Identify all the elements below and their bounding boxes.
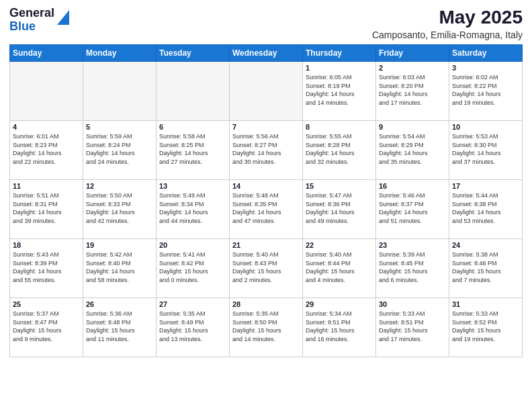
calendar-cell: 21Sunrise: 5:40 AM Sunset: 8:43 PM Dayli… <box>230 239 303 298</box>
day-info: Sunrise: 5:35 AM Sunset: 8:50 PM Dayligh… <box>232 310 300 343</box>
title-block: May 2025 Camposanto, Emilia-Romagna, Ita… <box>372 7 523 40</box>
logo-blue: Blue <box>9 19 36 33</box>
day-number: 25 <box>13 300 80 308</box>
calendar-cell: 12Sunrise: 5:50 AM Sunset: 8:33 PM Dayli… <box>83 180 157 239</box>
day-number: 28 <box>232 300 300 308</box>
col-header-friday: Friday <box>376 45 449 62</box>
day-number: 31 <box>452 300 519 308</box>
calendar-cell: 1Sunrise: 6:05 AM Sunset: 8:19 PM Daylig… <box>303 62 376 121</box>
day-number: 26 <box>86 300 153 308</box>
calendar-week-row: 25Sunrise: 5:37 AM Sunset: 8:47 PM Dayli… <box>10 298 523 357</box>
day-number: 13 <box>159 182 226 190</box>
calendar-cell: 16Sunrise: 5:46 AM Sunset: 8:37 PM Dayli… <box>376 180 449 239</box>
calendar-week-row: 18Sunrise: 5:43 AM Sunset: 8:39 PM Dayli… <box>10 239 523 298</box>
day-info: Sunrise: 5:43 AM Sunset: 8:39 PM Dayligh… <box>13 250 80 284</box>
calendar-cell: 28Sunrise: 5:35 AM Sunset: 8:50 PM Dayli… <box>230 298 303 357</box>
calendar-cell <box>83 62 157 121</box>
calendar-cell: 19Sunrise: 5:42 AM Sunset: 8:40 PM Dayli… <box>83 239 157 298</box>
day-number: 16 <box>379 182 446 190</box>
calendar-cell: 24Sunrise: 5:38 AM Sunset: 8:46 PM Dayli… <box>449 239 523 298</box>
day-number: 9 <box>379 123 446 131</box>
day-info: Sunrise: 5:50 AM Sunset: 8:33 PM Dayligh… <box>86 191 153 225</box>
calendar-cell: 30Sunrise: 5:33 AM Sunset: 8:51 PM Dayli… <box>376 298 449 357</box>
col-header-monday: Monday <box>83 45 157 62</box>
day-number: 18 <box>13 241 80 249</box>
day-number: 30 <box>379 300 446 308</box>
day-number: 19 <box>86 241 153 249</box>
day-info: Sunrise: 5:59 AM Sunset: 8:24 PM Dayligh… <box>86 132 153 166</box>
calendar-cell: 26Sunrise: 5:36 AM Sunset: 8:48 PM Dayli… <box>83 298 157 357</box>
calendar-cell: 8Sunrise: 5:55 AM Sunset: 8:28 PM Daylig… <box>303 121 376 180</box>
calendar-cell: 3Sunrise: 6:02 AM Sunset: 8:22 PM Daylig… <box>449 62 523 121</box>
calendar-week-row: 4Sunrise: 6:01 AM Sunset: 8:23 PM Daylig… <box>10 121 523 180</box>
day-info: Sunrise: 5:34 AM Sunset: 8:51 PM Dayligh… <box>306 310 373 343</box>
calendar-cell: 27Sunrise: 5:35 AM Sunset: 8:49 PM Dayli… <box>157 298 230 357</box>
calendar-table: SundayMondayTuesdayWednesdayThursdayFrid… <box>9 44 523 357</box>
col-header-wednesday: Wednesday <box>230 45 303 62</box>
calendar-cell: 5Sunrise: 5:59 AM Sunset: 8:24 PM Daylig… <box>83 121 157 180</box>
day-number: 27 <box>159 300 226 308</box>
calendar-cell: 23Sunrise: 5:39 AM Sunset: 8:45 PM Dayli… <box>376 239 449 298</box>
calendar-cell: 2Sunrise: 6:03 AM Sunset: 8:20 PM Daylig… <box>376 62 449 121</box>
calendar-cell <box>157 62 230 121</box>
day-info: Sunrise: 5:38 AM Sunset: 8:46 PM Dayligh… <box>452 250 519 284</box>
calendar-cell: 4Sunrise: 6:01 AM Sunset: 8:23 PM Daylig… <box>10 121 83 180</box>
day-info: Sunrise: 5:54 AM Sunset: 8:29 PM Dayligh… <box>379 132 446 166</box>
day-info: Sunrise: 5:53 AM Sunset: 8:30 PM Dayligh… <box>452 132 519 166</box>
day-info: Sunrise: 5:46 AM Sunset: 8:37 PM Dayligh… <box>379 191 446 225</box>
day-info: Sunrise: 6:01 AM Sunset: 8:23 PM Dayligh… <box>13 132 80 166</box>
calendar-cell: 29Sunrise: 5:34 AM Sunset: 8:51 PM Dayli… <box>303 298 376 357</box>
day-info: Sunrise: 5:42 AM Sunset: 8:40 PM Dayligh… <box>86 250 153 284</box>
calendar-cell: 18Sunrise: 5:43 AM Sunset: 8:39 PM Dayli… <box>10 239 83 298</box>
day-info: Sunrise: 5:49 AM Sunset: 8:34 PM Dayligh… <box>159 191 226 225</box>
day-number: 29 <box>306 300 373 308</box>
day-number: 1 <box>306 64 373 72</box>
logo-triangle-icon <box>57 10 69 25</box>
calendar-cell: 22Sunrise: 5:40 AM Sunset: 8:44 PM Dayli… <box>303 239 376 298</box>
calendar-cell: 17Sunrise: 5:44 AM Sunset: 8:38 PM Dayli… <box>449 180 523 239</box>
day-number: 6 <box>159 123 226 131</box>
subtitle: Camposanto, Emilia-Romagna, Italy <box>372 30 523 40</box>
day-info: Sunrise: 5:41 AM Sunset: 8:42 PM Dayligh… <box>159 250 226 284</box>
calendar-cell: 11Sunrise: 5:51 AM Sunset: 8:31 PM Dayli… <box>10 180 83 239</box>
calendar-cell: 14Sunrise: 5:48 AM Sunset: 8:35 PM Dayli… <box>230 180 303 239</box>
day-info: Sunrise: 5:44 AM Sunset: 8:38 PM Dayligh… <box>452 191 519 225</box>
day-number: 3 <box>452 64 519 72</box>
day-number: 8 <box>306 123 373 131</box>
calendar-cell: 25Sunrise: 5:37 AM Sunset: 8:47 PM Dayli… <box>10 298 83 357</box>
day-number: 10 <box>452 123 519 131</box>
page: General Blue May 2025 Camposanto, Emilia… <box>0 0 532 411</box>
day-number: 17 <box>452 182 519 190</box>
day-info: Sunrise: 5:51 AM Sunset: 8:31 PM Dayligh… <box>13 191 80 225</box>
day-number: 22 <box>306 241 373 249</box>
day-number: 15 <box>306 182 373 190</box>
calendar-cell: 13Sunrise: 5:49 AM Sunset: 8:34 PM Dayli… <box>157 180 230 239</box>
calendar-cell: 10Sunrise: 5:53 AM Sunset: 8:30 PM Dayli… <box>449 121 523 180</box>
svg-marker-0 <box>57 10 69 25</box>
calendar-cell <box>230 62 303 121</box>
logo-general: General <box>9 6 54 19</box>
col-header-tuesday: Tuesday <box>157 45 230 62</box>
day-info: Sunrise: 5:33 AM Sunset: 8:51 PM Dayligh… <box>379 310 446 343</box>
day-number: 5 <box>86 123 153 131</box>
day-info: Sunrise: 5:58 AM Sunset: 8:25 PM Dayligh… <box>159 132 226 166</box>
day-number: 20 <box>159 241 226 249</box>
calendar-cell <box>10 62 83 121</box>
day-info: Sunrise: 6:02 AM Sunset: 8:22 PM Dayligh… <box>452 73 519 107</box>
day-number: 4 <box>13 123 80 131</box>
day-info: Sunrise: 5:33 AM Sunset: 8:52 PM Dayligh… <box>452 310 519 343</box>
col-header-sunday: Sunday <box>10 45 83 62</box>
main-title: May 2025 <box>372 7 523 28</box>
calendar-cell: 7Sunrise: 5:56 AM Sunset: 8:27 PM Daylig… <box>230 121 303 180</box>
logo: General Blue <box>9 7 69 34</box>
calendar-cell: 15Sunrise: 5:47 AM Sunset: 8:36 PM Dayli… <box>303 180 376 239</box>
day-number: 2 <box>379 64 446 72</box>
day-info: Sunrise: 5:47 AM Sunset: 8:36 PM Dayligh… <box>306 191 373 225</box>
day-number: 14 <box>232 182 300 190</box>
day-info: Sunrise: 5:40 AM Sunset: 8:44 PM Dayligh… <box>306 250 373 284</box>
day-number: 12 <box>86 182 153 190</box>
day-number: 21 <box>232 241 300 249</box>
calendar-cell: 6Sunrise: 5:58 AM Sunset: 8:25 PM Daylig… <box>157 121 230 180</box>
day-info: Sunrise: 5:37 AM Sunset: 8:47 PM Dayligh… <box>13 310 80 343</box>
day-info: Sunrise: 6:05 AM Sunset: 8:19 PM Dayligh… <box>306 73 373 107</box>
